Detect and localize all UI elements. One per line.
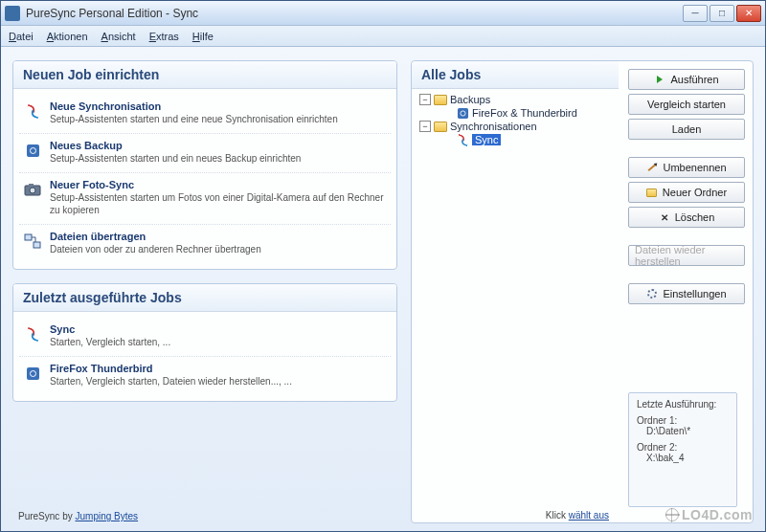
menu-help-label: ilfe: [200, 31, 214, 42]
job-info-box: Letzte Ausführung: Ordner 1: D:\Daten\* …: [628, 392, 737, 507]
window-title: PureSync Personal Edition - Sync: [26, 7, 683, 20]
tree-node-backups[interactable]: − Backups: [419, 93, 611, 106]
button-label: Dateien wieder herstellen: [635, 244, 738, 267]
menu-extras-label: xtras: [156, 31, 179, 42]
button-label: Einstellungen: [663, 288, 726, 299]
sync-icon: [23, 324, 42, 344]
backup-icon: [23, 364, 42, 383]
transfer-icon: [23, 232, 42, 251]
footer-left: PureSync by Jumping Bytes: [12, 507, 397, 523]
app-window: PureSync Personal Edition - Sync ─ □ ✕ D…: [0, 0, 766, 532]
all-jobs-panel: Alle Jobs − Backups FireFox & Thunderbir…: [411, 60, 754, 523]
button-label: Ausführen: [670, 74, 718, 85]
task-new-backup[interactable]: Neues Backup Setup-Assistenten starten u…: [19, 134, 391, 173]
button-label: Umbenennen: [663, 162, 726, 173]
app-icon: [5, 6, 20, 21]
delete-button[interactable]: ✕ Löschen: [628, 207, 745, 228]
all-jobs-header: Alle Jobs: [412, 61, 619, 89]
camera-icon: [23, 180, 42, 199]
jobs-tree: − Backups FireFox & Thunderbird −: [412, 89, 619, 506]
task-title: Neuer Foto-Sync: [50, 179, 387, 190]
x-icon: ✕: [659, 211, 670, 223]
menu-actions[interactable]: Aktionen: [47, 31, 88, 42]
footer-link-select[interactable]: wählt aus: [569, 510, 609, 521]
menubar: Datei Aktionen Ansicht Extras Hilfe: [1, 26, 765, 47]
play-icon: [654, 74, 665, 85]
tree-label-selected: Sync: [472, 134, 501, 145]
titlebar: PureSync Personal Edition - Sync ─ □ ✕: [1, 1, 765, 26]
footer-link-jumpingbytes[interactable]: Jumping Bytes: [75, 511, 138, 521]
task-title: Dateien übertragen: [50, 231, 387, 242]
menu-help[interactable]: Hilfe: [192, 31, 214, 42]
backup-icon: [23, 141, 42, 160]
settings-button[interactable]: Einstellungen: [628, 283, 745, 304]
menu-file[interactable]: Datei: [9, 31, 34, 42]
task-desc: Dateien von oder zu anderen Rechner über…: [50, 243, 387, 255]
recent-job-firefox[interactable]: FireFox Thunderbird Starten, Vergleich s…: [19, 357, 391, 395]
run-button[interactable]: Ausführen: [628, 69, 745, 90]
close-button[interactable]: ✕: [736, 5, 761, 22]
task-desc: Setup-Assistenten starten um Fotos von e…: [50, 191, 387, 216]
left-column: Neuen Job einrichten Neue Synchronisatio…: [12, 60, 397, 523]
sync-icon: [456, 134, 469, 145]
new-job-body: Neue Synchronisation Setup-Assistenten s…: [13, 89, 396, 269]
task-desc: Starten, Vergleich starten, Dateien wied…: [50, 375, 387, 388]
button-label: Löschen: [675, 211, 715, 223]
tree-label: FireFox & Thunderbird: [472, 107, 577, 119]
load-button[interactable]: Laden: [628, 119, 745, 140]
menu-actions-label: ktionen: [54, 31, 87, 42]
restore-button: Dateien wieder herstellen: [628, 245, 745, 266]
new-folder-button[interactable]: Neuer Ordner: [628, 182, 745, 203]
folder-icon: [434, 121, 447, 132]
pencil-icon: [646, 162, 658, 173]
folder1-label: Ordner 1:: [637, 415, 729, 426]
tree-leaf-sync[interactable]: Sync: [419, 133, 611, 146]
folder-icon: [434, 94, 447, 105]
task-desc: Setup-Assistenten starten und eine neue …: [50, 113, 387, 125]
collapse-icon[interactable]: −: [419, 121, 431, 132]
folder2-path: X:\bak_4: [637, 453, 729, 463]
menu-extras[interactable]: Extras: [149, 31, 179, 42]
content-area: Neuen Job einrichten Neue Synchronisatio…: [1, 47, 765, 531]
minimize-button[interactable]: ─: [683, 5, 708, 22]
maximize-button[interactable]: □: [710, 5, 734, 22]
gear-icon: [646, 288, 658, 299]
task-transfer-files[interactable]: Dateien übertragen Dateien von oder zu a…: [19, 225, 391, 263]
new-job-header: Neuen Job einrichten: [13, 61, 396, 89]
rename-button[interactable]: Umbenennen: [628, 157, 745, 178]
compare-button[interactable]: Vergleich starten: [628, 94, 745, 115]
lastrun-label: Letzte Ausführung:: [637, 399, 729, 410]
window-controls: ─ □ ✕: [683, 5, 761, 22]
button-label: Laden: [672, 123, 702, 135]
menu-view[interactable]: Ansicht: [101, 31, 136, 42]
menu-view-label: nsicht: [108, 31, 136, 42]
task-title: Sync: [50, 323, 387, 335]
footer-prefix: PureSync by: [18, 511, 75, 521]
new-job-panel: Neuen Job einrichten Neue Synchronisatio…: [12, 60, 397, 270]
task-desc: Setup-Assistenten starten und ein neues …: [50, 152, 387, 165]
task-new-sync[interactable]: Neue Synchronisation Setup-Assistenten s…: [19, 95, 391, 134]
svg-point-1: [30, 188, 35, 193]
collapse-icon[interactable]: −: [419, 94, 431, 105]
task-title: Neue Synchronisation: [50, 100, 387, 112]
button-label: Vergleich starten: [647, 99, 726, 110]
folder1-path: D:\Daten\*: [637, 426, 729, 436]
menu-file-label: atei: [16, 31, 34, 42]
task-title: FireFox Thunderbird: [50, 363, 387, 374]
tree-label: Backups: [450, 94, 490, 105]
button-label: Neuer Ordner: [663, 187, 727, 198]
right-column: Alle Jobs − Backups FireFox & Thunderbir…: [411, 60, 754, 523]
recent-jobs-panel: Zuletzt ausgeführte Jobs Sync Starten, V…: [12, 283, 397, 402]
recent-job-sync[interactable]: Sync Starten, Vergleich starten, ...: [19, 318, 391, 357]
task-new-fotosync[interactable]: Neuer Foto-Sync Setup-Assistenten starte…: [19, 173, 391, 225]
tree-leaf-firefox[interactable]: FireFox & Thunderbird: [419, 106, 611, 120]
recent-jobs-header: Zuletzt ausgeführte Jobs: [13, 284, 396, 312]
svg-rect-3: [25, 234, 32, 240]
recent-jobs-body: Sync Starten, Vergleich starten, ... Fir…: [13, 312, 396, 401]
sync-icon: [23, 101, 42, 121]
tree-node-syncs[interactable]: − Synchronisationen: [419, 120, 611, 133]
footer-click-prefix: Klick: [546, 510, 569, 521]
task-desc: Starten, Vergleich starten, ...: [50, 336, 387, 348]
tree-label: Synchronisationen: [450, 121, 537, 132]
footer-right: Klick wählt aus: [412, 506, 619, 522]
